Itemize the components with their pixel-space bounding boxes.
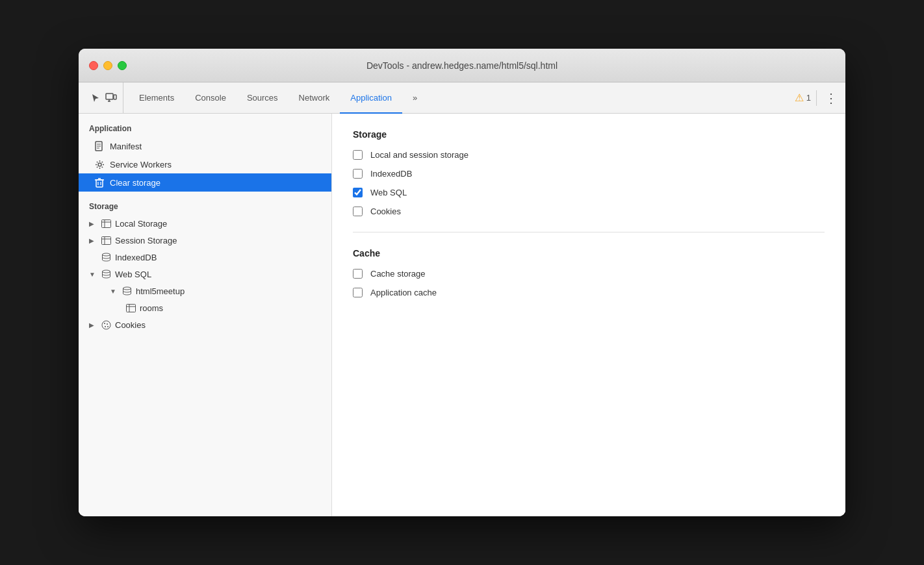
sidebar-item-rooms[interactable]: rooms [79, 299, 331, 316]
gear-icon [94, 159, 105, 170]
sidebar-item-local-storage[interactable]: ▶ Local Storage [79, 215, 331, 232]
app-cache-checkbox[interactable] [353, 288, 363, 297]
storage-section-title: Storage [353, 129, 825, 140]
tab-elements[interactable]: Elements [129, 83, 185, 114]
checkbox-local-session: Local and session storage [353, 150, 825, 160]
local-session-checkbox[interactable] [353, 150, 363, 160]
app-cache-label[interactable]: Application cache [370, 288, 437, 297]
toolbar-right: ⚠ 1 ⋮ [795, 90, 840, 106]
tab-console[interactable]: Console [185, 83, 237, 114]
session-storage-icon [101, 235, 111, 245]
indexeddb-label[interactable]: IndexedDB [370, 169, 412, 179]
sidebar-storage-header: Storage [79, 199, 331, 215]
main-panel: Storage Local and session storage Indexe… [332, 114, 845, 516]
svg-rect-9 [96, 180, 103, 187]
minimize-button[interactable] [103, 61, 112, 70]
svg-point-26 [102, 321, 110, 329]
checkbox-web-sql: Web SQL [353, 188, 825, 197]
manifest-icon [94, 141, 105, 151]
sidebar-item-manifest[interactable]: Manifest [79, 137, 331, 155]
svg-point-22 [123, 287, 131, 290]
divider [816, 90, 817, 106]
svg-rect-17 [101, 236, 110, 244]
svg-rect-14 [101, 220, 110, 227]
cache-storage-label[interactable]: Cache storage [370, 269, 426, 279]
checkbox-cookies: Cookies [353, 207, 825, 216]
svg-rect-1 [114, 95, 116, 99]
sidebar-item-session-storage[interactable]: ▶ Session Storage [79, 232, 331, 249]
cookies-chevron: ▶ [89, 321, 97, 329]
devtools-main: Application Manifest [79, 114, 845, 516]
session-storage-chevron: ▶ [89, 237, 97, 244]
traffic-lights [89, 61, 127, 70]
cursor-icon[interactable] [89, 92, 102, 105]
web-sql-chevron: ▼ [89, 271, 97, 278]
svg-point-20 [102, 253, 110, 256]
checkbox-app-cache: Application cache [353, 288, 825, 297]
web-sql-label[interactable]: Web SQL [370, 188, 407, 197]
cookies-checkbox[interactable] [353, 207, 363, 216]
local-storage-icon [101, 218, 111, 229]
indexeddb-checkbox[interactable] [353, 169, 363, 179]
cookies-icon [101, 320, 111, 330]
warning-icon: ⚠ [795, 92, 804, 104]
close-button[interactable] [89, 61, 98, 70]
sidebar-item-web-sql[interactable]: ▼ Web SQL [79, 266, 331, 282]
tab-application[interactable]: Application [340, 83, 402, 114]
svg-point-8 [98, 163, 101, 166]
sidebar-application-header: Application [79, 121, 331, 137]
sidebar-item-indexeddb[interactable]: IndexedDB [79, 249, 331, 266]
svg-rect-23 [126, 304, 135, 312]
storage-section: Storage Local and session storage Indexe… [353, 129, 825, 216]
web-sql-checkbox[interactable] [353, 188, 363, 197]
trash-icon [94, 177, 105, 188]
cache-storage-checkbox[interactable] [353, 269, 363, 279]
svg-rect-0 [106, 94, 113, 99]
sidebar-item-cookies[interactable]: ▶ Cookies [79, 316, 331, 333]
tab-sources[interactable]: Sources [237, 83, 289, 114]
tab-more[interactable]: » [402, 83, 428, 114]
svg-point-27 [104, 323, 105, 324]
indexeddb-icon [101, 252, 111, 262]
sidebar-item-service-workers[interactable]: Service Workers [79, 155, 331, 173]
sidebar-item-html5meetup[interactable]: ▼ html5meetup [79, 282, 331, 299]
cache-section: Cache Cache storage Application cache [353, 248, 825, 297]
toolbar-tabs: Elements Console Sources Network Applica… [129, 82, 795, 113]
toolbar-icons [84, 82, 123, 113]
toolbar: Elements Console Sources Network Applica… [79, 82, 845, 114]
warning-badge[interactable]: ⚠ 1 [795, 92, 811, 104]
more-options-button[interactable]: ⋮ [822, 90, 840, 106]
device-icon[interactable] [105, 92, 118, 105]
sidebar: Application Manifest [79, 114, 332, 516]
web-sql-icon [101, 269, 111, 279]
titlebar: DevTools - andrew.hedges.name/html5/sql.… [79, 49, 845, 82]
svg-point-30 [107, 326, 109, 327]
devtools-window: DevTools - andrew.hedges.name/html5/sql.… [79, 49, 845, 516]
local-storage-chevron: ▶ [89, 220, 97, 227]
devtools-body: Elements Console Sources Network Applica… [79, 82, 845, 516]
svg-point-29 [105, 326, 106, 327]
panel-divider [353, 232, 825, 232]
maximize-button[interactable] [118, 61, 127, 70]
checkbox-indexeddb: IndexedDB [353, 169, 825, 179]
html5meetup-chevron: ▼ [110, 288, 118, 295]
local-session-label[interactable]: Local and session storage [370, 150, 468, 160]
checkbox-cache-storage: Cache storage [353, 269, 825, 279]
html5meetup-icon [122, 286, 132, 296]
svg-point-21 [102, 270, 110, 273]
sidebar-item-clear-storage[interactable]: Clear storage [79, 173, 331, 192]
rooms-icon [125, 303, 136, 313]
tab-network[interactable]: Network [289, 83, 340, 114]
svg-point-28 [107, 323, 108, 325]
cache-section-title: Cache [353, 248, 825, 258]
cookies-label[interactable]: Cookies [370, 207, 401, 216]
window-title: DevTools - andrew.hedges.name/html5/sql.… [366, 60, 558, 71]
